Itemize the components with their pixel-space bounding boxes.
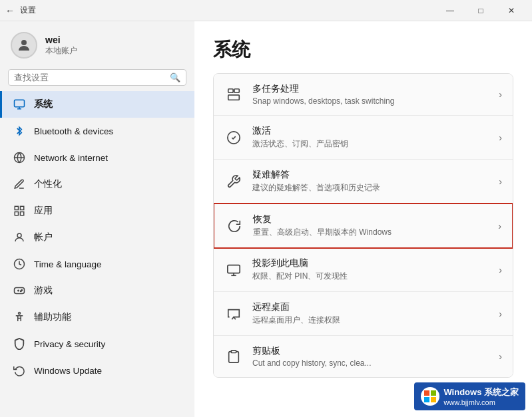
- projection-text: 投影到此电脑 权限、配对 PIN、可发现性: [252, 257, 489, 282]
- troubleshoot-title: 疑难解答: [252, 169, 489, 181]
- clipboard-title: 剪贴板: [252, 345, 489, 357]
- clipboard-subtitle: Cut and copy history, sync, clea...: [252, 358, 489, 368]
- multitasking-text: 多任务处理 Snap windows, desktops, task switc…: [252, 83, 489, 106]
- sidebar-item-system[interactable]: 系统: [0, 91, 194, 118]
- personalization-icon: [13, 178, 26, 191]
- svg-rect-25: [424, 397, 429, 402]
- accessibility-icon: [13, 311, 26, 324]
- sidebar-item-accessibility[interactable]: 辅助功能: [0, 304, 194, 331]
- multitasking-title: 多任务处理: [252, 83, 489, 95]
- svg-point-0: [21, 40, 27, 45]
- multitasking-chevron: ›: [499, 89, 502, 100]
- activation-subtitle: 激活状态、订阅、产品密钥: [252, 138, 489, 150]
- content-area: 系统 多任务处理 Snap windows, desktops, task sw…: [194, 21, 532, 417]
- time-icon: [13, 257, 26, 271]
- svg-rect-15: [228, 89, 233, 93]
- search-box[interactable]: 🔍: [8, 69, 186, 86]
- titlebar-controls: — □ ✕: [435, 0, 527, 21]
- sidebar-item-bluetooth[interactable]: Bluetooth & devices: [0, 118, 194, 144]
- sidebar-nav: 系统 Bluetooth & devices Network & inte: [0, 91, 194, 384]
- svg-rect-22: [231, 350, 236, 353]
- settings-item-multitasking[interactable]: 多任务处理 Snap windows, desktops, task switc…: [214, 74, 513, 116]
- sidebar-item-personalization[interactable]: 个性化: [0, 171, 194, 198]
- activation-title: 激活: [252, 125, 489, 137]
- settings-item-clipboard[interactable]: 剪贴板 Cut and copy history, sync, clea... …: [214, 336, 513, 377]
- sidebar-label-time: Time & language: [34, 259, 102, 269]
- sidebar-item-accounts[interactable]: 帐户: [0, 224, 194, 251]
- svg-rect-4: [21, 206, 24, 209]
- close-button[interactable]: ✕: [496, 0, 527, 21]
- projection-subtitle: 权限、配对 PIN、可发现性: [252, 271, 489, 282]
- settings-item-recovery[interactable]: 恢复 重置、高级启动、早期版本的 Windows ›: [213, 203, 513, 249]
- update-icon: [13, 364, 26, 377]
- svg-rect-3: [15, 206, 18, 209]
- multitasking-icon: [224, 85, 243, 104]
- svg-rect-16: [234, 89, 239, 93]
- page-title: 系统: [213, 37, 513, 63]
- sidebar-label-apps: 应用: [34, 205, 53, 217]
- activation-chevron: ›: [499, 132, 502, 143]
- sidebar-label-system: 系统: [34, 98, 53, 110]
- avatar: [11, 32, 37, 59]
- sidebar-item-network[interactable]: Network & internet: [0, 144, 194, 171]
- remote-icon: [224, 305, 243, 323]
- watermark-line1: Windows 系统之家: [443, 386, 519, 398]
- user-info: wei 本地账户: [45, 35, 77, 57]
- sidebar-label-update: Windows Update: [34, 366, 102, 376]
- settings-list: 多任务处理 Snap windows, desktops, task switc…: [213, 73, 513, 378]
- network-icon: [13, 151, 26, 164]
- accounts-icon: [13, 231, 26, 244]
- sidebar-item-privacy[interactable]: Privacy & security: [0, 331, 194, 357]
- sidebar-item-gaming[interactable]: 游戏: [0, 277, 194, 304]
- recovery-chevron: ›: [498, 221, 501, 231]
- watermark-logo: [421, 387, 439, 406]
- svg-rect-24: [431, 390, 436, 396]
- sidebar-label-privacy: Privacy & security: [34, 339, 105, 349]
- bluetooth-icon: [13, 124, 26, 138]
- user-type: 本地账户: [45, 45, 77, 57]
- sidebar-label-gaming: 游戏: [34, 285, 53, 297]
- clipboard-text: 剪贴板 Cut and copy history, sync, clea...: [252, 345, 489, 368]
- maximize-button[interactable]: □: [465, 0, 496, 21]
- svg-point-13: [21, 291, 22, 292]
- settings-item-activation[interactable]: 激活 激活状态、订阅、产品密钥 ›: [214, 116, 513, 160]
- back-icon[interactable]: ←: [5, 5, 15, 16]
- remote-text: 远程桌面 远程桌面用户、连接权限: [252, 301, 489, 326]
- recovery-title: 恢复: [253, 213, 489, 225]
- watermark-line2: www.bjjmlv.com: [443, 398, 519, 406]
- activation-icon: [224, 128, 243, 147]
- projection-chevron: ›: [499, 265, 502, 275]
- svg-rect-19: [228, 265, 240, 273]
- troubleshoot-text: 疑难解答 建议的疑难解答、首选项和历史记录: [252, 169, 489, 194]
- projection-title: 投影到此电脑: [252, 257, 489, 269]
- svg-rect-5: [15, 212, 18, 215]
- user-section: wei 本地账户: [0, 21, 194, 67]
- sidebar-item-update[interactable]: Windows Update: [0, 357, 194, 384]
- sidebar: wei 本地账户 🔍 系统: [0, 21, 194, 417]
- app-container: wei 本地账户 🔍 系统: [0, 21, 532, 417]
- search-icon: 🔍: [170, 72, 180, 82]
- sidebar-item-time[interactable]: Time & language: [0, 251, 194, 277]
- clipboard-chevron: ›: [499, 351, 502, 362]
- multitasking-subtitle: Snap windows, desktops, task switching: [252, 96, 489, 106]
- search-input[interactable]: [14, 72, 167, 82]
- settings-item-remote[interactable]: 远程桌面 远程桌面用户、连接权限 ›: [214, 292, 513, 336]
- svg-rect-26: [431, 397, 436, 402]
- gaming-icon: [13, 284, 26, 297]
- clipboard-icon: [224, 347, 243, 366]
- system-icon: [13, 98, 26, 111]
- privacy-icon: [13, 337, 26, 350]
- minimize-button[interactable]: —: [435, 0, 465, 21]
- sidebar-item-apps[interactable]: 应用: [0, 198, 194, 224]
- remote-subtitle: 远程桌面用户、连接权限: [252, 315, 489, 326]
- svg-rect-17: [228, 95, 240, 100]
- svg-rect-1: [15, 100, 25, 107]
- remote-chevron: ›: [499, 309, 502, 319]
- settings-item-projection[interactable]: 投影到此电脑 权限、配对 PIN、可发现性 ›: [214, 248, 513, 292]
- svg-point-7: [17, 233, 21, 237]
- watermark: Windows 系统之家 www.bjjmlv.com: [414, 382, 525, 410]
- sidebar-label-accounts: 帐户: [34, 231, 53, 243]
- watermark-text: Windows 系统之家 www.bjjmlv.com: [443, 386, 519, 406]
- settings-item-troubleshoot[interactable]: 疑难解答 建议的疑难解答、首选项和历史记录 ›: [214, 160, 513, 204]
- remote-title: 远程桌面: [252, 301, 489, 313]
